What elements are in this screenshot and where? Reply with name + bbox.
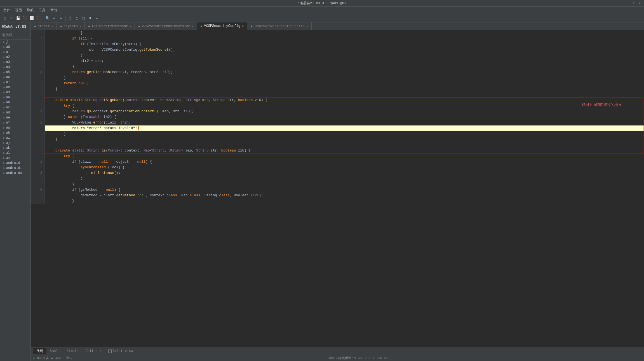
toolbar-btn-13[interactable]: ✏: [94, 15, 100, 21]
tab-close[interactable]: ✕: [306, 25, 308, 28]
bottom-tab-fallback[interactable]: Fallback: [82, 348, 105, 354]
expand-icon: ▷: [3, 96, 5, 99]
line-num: [33, 41, 42, 47]
sidebar-item-ah[interactable]: ▷ ah: [0, 130, 30, 135]
tab-token[interactable]: ◆ TokenNetworkServiceConfig ✕: [247, 22, 312, 30]
tab-keyinfo[interactable]: ◆ KeyInfo ✕: [57, 22, 85, 30]
sidebar-item-aj[interactable]: ▷ aj: [0, 140, 30, 145]
toolbar-btn-7[interactable]: ↩: [51, 15, 57, 21]
line-num: [33, 53, 42, 58]
code-area[interactable]: 找到上面咱们找过的地方 7 8: [31, 30, 644, 347]
close-button[interactable]: ✕: [638, 1, 642, 5]
sidebar: 唯品会 v7.83 源代码 ▷ j ▷ a0 ▷ a1 ▷ a2 ▷ a3 ▷ …: [0, 22, 31, 361]
toolbar-btn-5[interactable]: ⬜: [29, 15, 35, 21]
sidebar-item-ab[interactable]: ▷ ab: [0, 100, 30, 105]
sidebar-item-a1[interactable]: ▷ a1: [0, 50, 30, 55]
line-num: 1: [33, 159, 42, 165]
expand-icon: ▷: [3, 162, 5, 165]
code-line: try {: [45, 153, 644, 159]
toolbar-btn-10[interactable]: ⬚: [74, 15, 80, 21]
tab-dot: ◆: [138, 24, 140, 28]
toolbar-btn-9[interactable]: ⬚: [67, 15, 73, 21]
sidebar-item-am[interactable]: ▷ am: [0, 155, 30, 160]
line-num: [33, 58, 42, 64]
app-version: 唯品会 v7.83: [0, 22, 30, 31]
sidebar-item-ae[interactable]: ▷ ae: [0, 115, 30, 120]
bottom-tab-smali[interactable]: Smali: [46, 348, 63, 354]
sidebar-item-android[interactable]: ▷ android: [0, 160, 30, 166]
toolbar-btn-8[interactable]: ↪: [58, 15, 64, 21]
sidebar-item-a9[interactable]: ▷ a9: [0, 90, 30, 95]
line-num: 7: [33, 36, 42, 41]
toolbar-btn-11[interactable]: ⬚: [81, 15, 87, 21]
split-view-checkbox[interactable]: [108, 350, 112, 353]
sidebar-item-a0[interactable]: ▷ a0: [0, 45, 30, 50]
minimize-button[interactable]: ─: [627, 1, 631, 5]
tab-etcher[interactable]: ◆ etcher ✕: [31, 22, 57, 30]
tab-close[interactable]: ✕: [79, 25, 81, 28]
sidebar-item-aa[interactable]: ▷ aa: [0, 95, 30, 100]
toolbar-btn-12[interactable]: ■: [87, 15, 93, 21]
toolbar-btn-4[interactable]: ⬛: [22, 15, 28, 21]
sidebar-item-a4[interactable]: ▷ a4: [0, 65, 30, 70]
expand-icon: ▷: [3, 71, 5, 74]
sidebar-item-ad[interactable]: ▷ ad: [0, 110, 30, 115]
sidebar-item-androidt[interactable]: ▷ androidt: [0, 166, 30, 171]
code-line: gsMethod = clazz.getMethod("gs", Context…: [45, 193, 644, 198]
toolbar-btn-6[interactable]: ⬛: [35, 15, 41, 21]
menu-file[interactable]: 文件: [1, 7, 12, 13]
tab-vcsp-basic[interactable]: ◆ VCSPSecurityBasicService ✕: [135, 22, 197, 30]
sidebar-item-label: ag: [6, 126, 10, 130]
sidebar-item-af[interactable]: ▷ af: [0, 120, 30, 125]
sidebar-item-a3[interactable]: ▷ a3: [0, 60, 30, 65]
bottom-tabs: 代码 Smali Simple Fallback Split view: [31, 347, 644, 355]
tab-label: KeyInfo: [64, 24, 78, 28]
tab-close[interactable]: ✕: [192, 25, 194, 28]
maximize-button[interactable]: □: [632, 1, 636, 5]
tab-vcsp-config[interactable]: ◆ VCSPSecurityConfig ✕: [197, 22, 247, 30]
sidebar-item-label: androidt: [6, 166, 22, 170]
sidebar-item-j[interactable]: ▷ j: [0, 39, 30, 45]
sidebar-item-al[interactable]: ▷ al: [0, 150, 30, 155]
sidebar-item-label: ae: [6, 116, 10, 120]
toolbar: ⬚ ↺ 💾 ⬛ ⬜ ⬛ 🔍 ↩ ↪ ⬚ ⬚ ⬚ ■ ✏: [0, 14, 644, 22]
expand-icon: ▷: [3, 81, 5, 84]
sidebar-item-a5[interactable]: ▷ a5: [0, 70, 30, 75]
sidebar-item-ac[interactable]: ▷ ac: [0, 105, 30, 110]
menu-help[interactable]: 帮助: [48, 7, 59, 13]
tab-label: ApiHeaderProcessor: [92, 24, 128, 28]
expand-icon: ▷: [3, 121, 5, 124]
sidebar-item-ag[interactable]: ▷ ag: [0, 125, 30, 130]
toolbar-btn-1[interactable]: ⬚: [2, 15, 8, 21]
tab-apiheader[interactable]: ◆ ApiHeaderProcessor ✕: [85, 22, 135, 30]
sidebar-item-a6[interactable]: ▷ a6: [0, 75, 30, 80]
line-num: [33, 81, 42, 86]
window-controls[interactable]: ─ □ ✕: [627, 1, 642, 5]
tab-dot: ◆: [60, 24, 62, 28]
menu-view[interactable]: 视图: [13, 7, 24, 13]
code-line: } catch (Throwable th2) {: [45, 114, 644, 120]
tab-close[interactable]: ✕: [51, 25, 53, 28]
code-line: [45, 92, 644, 97]
line-num: [33, 193, 42, 198]
sidebar-item-ai[interactable]: ▷ ai: [0, 135, 30, 140]
tab-close[interactable]: ✕: [242, 24, 244, 28]
sidebar-item-androidx[interactable]: ▷ androidx: [0, 171, 30, 176]
sidebar-item-a8[interactable]: ▷ a8: [0, 85, 30, 90]
menu-nav[interactable]: 导航: [25, 7, 36, 13]
bottom-tab-simple[interactable]: Simple: [63, 348, 82, 354]
toolbar-btn-3[interactable]: 💾: [15, 15, 21, 21]
toolbar-btn-2[interactable]: ↺: [8, 15, 15, 21]
toolbar-search[interactable]: 🔍: [44, 15, 51, 21]
menu-tools[interactable]: 工具: [36, 7, 48, 13]
code-line: }: [45, 181, 644, 187]
sidebar-item-a7[interactable]: ▷ a7: [0, 80, 30, 85]
tab-close[interactable]: ✕: [130, 25, 131, 28]
bottom-tab-code[interactable]: 代码: [33, 348, 46, 354]
sidebar-item-label: ah: [6, 131, 10, 135]
sidebar-item-label: af: [6, 121, 10, 125]
sidebar-item-a2[interactable]: ▷ a2: [0, 55, 30, 60]
window-title: *唯品会v7.83.3 - jadx-gui: [298, 1, 346, 6]
expand-icon: ▷: [3, 66, 5, 69]
sidebar-item-ak[interactable]: ▷ ak: [0, 145, 30, 150]
